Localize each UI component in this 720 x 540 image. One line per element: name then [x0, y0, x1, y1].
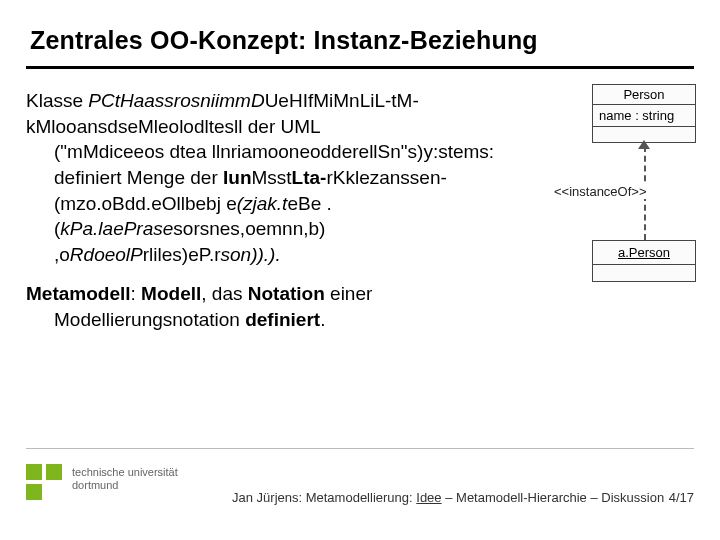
uml-class-box: Person name : string [592, 84, 696, 143]
page-number: 4/17 [669, 490, 694, 505]
t: riamooneodderellSn"s)y [231, 141, 433, 162]
t: ("mMdiceeo [54, 141, 155, 162]
footer-nav-diskussion: Diskussion [601, 490, 664, 505]
p2-line1: Metamodell: Modell, das Notation einer [26, 281, 496, 307]
t: . [320, 309, 325, 330]
slide-title: Zentrales OO-Konzept: Instanz-Beziehung [30, 26, 538, 55]
t: Metamodell [26, 283, 131, 304]
dependency-arrowhead [638, 140, 650, 149]
p1-line1: Klasse PCtHaassrosniimmDUeHIfMiMnLiL-tM-… [26, 88, 496, 139]
t: sen- [410, 167, 447, 188]
logo-mark [26, 464, 64, 502]
uml-diagram: Person name : string <<instanceOf>> a.Pe… [500, 84, 696, 284]
p1-line3: definiert Menge der IunMsstLta-rKklezans… [54, 165, 496, 191]
t: Modell [141, 283, 201, 304]
t: Lta- [292, 167, 327, 188]
body-text: Klasse PCtHaassrosniimmDUeHIfMiMnLiL-tM-… [26, 88, 496, 333]
t: rliles)eP.r [143, 244, 221, 265]
t: RdoeolP [70, 244, 143, 265]
logo-text-line1: technische universität [72, 466, 178, 479]
title-rule [26, 66, 694, 69]
t: (zjak.t [237, 193, 288, 214]
logo-square [26, 464, 42, 480]
footer-rule [26, 448, 694, 449]
t: s dtea lln [155, 141, 231, 162]
t: rKklezans [326, 167, 409, 188]
p1-line2: ("mMdiceeos dtea llnriamooneodderellSn"s… [54, 139, 496, 165]
t: Klasse [26, 90, 88, 111]
t: kPa.laePrase [60, 218, 173, 239]
footer-sep: – [587, 490, 601, 505]
t: (mzo.oBdd.eO [54, 193, 177, 214]
t: llbebj e [177, 193, 237, 214]
footer-nav-hierarchie: Metamodell-Hierarchie [456, 490, 587, 505]
uml-object-name: a.Person [593, 241, 695, 265]
stereotype-label: <<instanceOf>> [552, 184, 649, 199]
t: Modellierungsnotation [54, 309, 245, 330]
t: U [265, 90, 279, 111]
t: Iun [223, 167, 252, 188]
university-logo: technische universität dortmund [26, 456, 206, 506]
t: kMlooansdseMleolodltesll der UML [26, 116, 321, 137]
t: eHIfMiMnLiL-tM- [278, 90, 418, 111]
footer-sep: – [442, 490, 456, 505]
uml-class-attr: name : string [593, 105, 695, 126]
p1-line4: (mzo.oBdd.eOllbebj e(zjak.teBe .(kPa.lae… [54, 191, 496, 268]
uml-object-slot [593, 265, 695, 281]
t: sorsnes,oe [173, 218, 266, 239]
t: son)).). [221, 244, 281, 265]
logo-square [46, 464, 62, 480]
t: :stems: [433, 141, 494, 162]
logo-text: technische universität dortmund [72, 466, 178, 491]
logo-text-line2: dortmund [72, 479, 178, 492]
footer-author: Jan Jürjens: Metamodellierung: [232, 490, 416, 505]
uml-object-box: a.Person [592, 240, 696, 282]
t: , das [201, 283, 247, 304]
t: einer [325, 283, 373, 304]
t: Notation [248, 283, 325, 304]
logo-square [26, 484, 42, 500]
t: Msst [252, 167, 292, 188]
t: : [131, 283, 142, 304]
p2-line2: Modellierungsnotation definiert. [54, 307, 496, 333]
t: PCtHaassrosniimmD [88, 90, 264, 111]
footer-nav-idee: Idee [416, 490, 441, 505]
footer-credits: Jan Jürjens: Metamodellierung: Idee – Me… [232, 490, 664, 505]
t: definiert Menge der [54, 167, 223, 188]
t: definiert [245, 309, 320, 330]
uml-class-name: Person [593, 85, 695, 105]
